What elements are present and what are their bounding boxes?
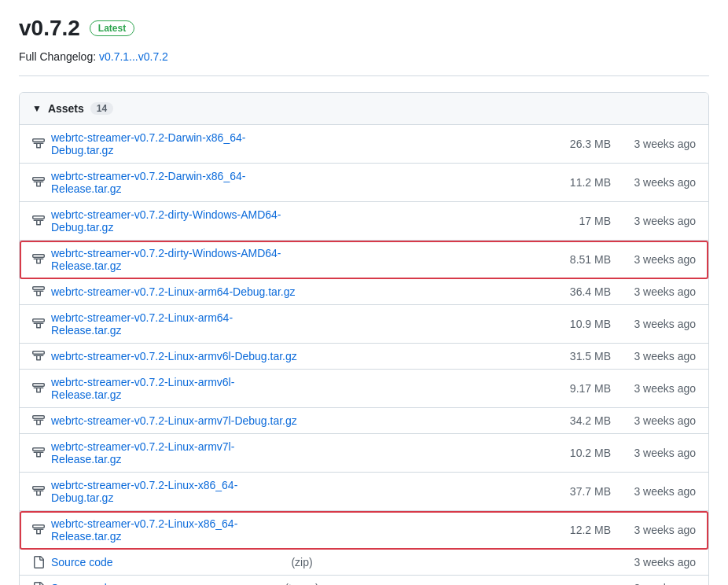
assets-count-badge: 14	[90, 102, 113, 115]
asset-size: 37.7 MB	[556, 485, 611, 498]
asset-row: webrtc-streamer-v0.7.2-Linux-armv7l-Rele…	[20, 434, 708, 473]
archive-icon	[32, 524, 45, 536]
chevron-down-icon: ▼	[32, 103, 42, 114]
asset-row: webrtc-streamer-v0.7.2-Linux-x86_64-Debu…	[20, 473, 708, 511]
asset-name-link[interactable]: webrtc-streamer-v0.7.2-Linux-armv7l-Debu…	[51, 414, 297, 427]
assets-section: ▼ Assets 14 webrtc-streamer-v0.7.2-Darwi…	[19, 92, 709, 585]
asset-row: webrtc-streamer-v0.7.2-Darwin-x86_64-Deb…	[20, 125, 708, 164]
asset-size: 11.2 MB	[556, 176, 611, 189]
asset-date: 3 weeks ago	[617, 350, 696, 362]
asset-date: 3 weeks ago	[617, 524, 696, 536]
asset-name-link[interactable]: webrtc-streamer-v0.7.2-Linux-armv6l-Rele…	[51, 376, 297, 401]
asset-date: 3 weeks ago	[617, 176, 696, 189]
asset-size: 26.3 MB	[556, 138, 611, 150]
asset-date: 3 weeks ago	[617, 382, 696, 395]
archive-icon	[32, 138, 45, 150]
changelog-label: Full Changelog:	[19, 50, 96, 63]
asset-size: 17 MB	[556, 215, 611, 227]
asset-row: webrtc-streamer-v0.7.2-Linux-arm64-Debug…	[20, 279, 708, 305]
asset-suffix: (zip)	[291, 556, 312, 568]
asset-size: 12.2 MB	[556, 524, 611, 536]
archive-icon	[32, 485, 45, 498]
asset-size: 9.17 MB	[556, 382, 611, 395]
asset-name-link[interactable]: webrtc-streamer-v0.7.2-Linux-x86_64-Rele…	[51, 517, 297, 543]
asset-row: webrtc-streamer-v0.7.2-Linux-armv7l-Debu…	[20, 408, 708, 434]
asset-size: 10.2 MB	[556, 447, 611, 459]
release-title: v0.7.2	[19, 16, 80, 41]
asset-row: webrtc-streamer-v0.7.2-dirty-Windows-AMD…	[20, 241, 708, 279]
asset-name-link[interactable]: webrtc-streamer-v0.7.2-Linux-arm64-Relea…	[51, 311, 297, 337]
asset-date: 3 weeks ago	[617, 285, 696, 298]
asset-size: 34.2 MB	[556, 414, 611, 427]
changelog-link[interactable]: v0.7.1...v0.7.2	[99, 50, 168, 63]
asset-suffix: (tar.gz)	[285, 582, 319, 585]
asset-date: 3 weeks ago	[617, 485, 696, 498]
asset-row: Source code(tar.gz)3 weeks ago	[20, 576, 708, 585]
latest-badge: Latest	[90, 20, 134, 36]
asset-name-link[interactable]: webrtc-streamer-v0.7.2-Darwin-x86_64-Rel…	[51, 170, 297, 195]
asset-name-link[interactable]: webrtc-streamer-v0.7.2-Linux-armv6l-Debu…	[51, 350, 297, 362]
asset-date: 3 weeks ago	[617, 582, 696, 585]
archive-icon	[32, 350, 45, 362]
asset-date: 3 weeks ago	[617, 138, 696, 150]
assets-title: Assets	[48, 102, 84, 115]
asset-name-link[interactable]: webrtc-streamer-v0.7.2-dirty-Windows-AMD…	[51, 247, 297, 272]
asset-name-link[interactable]: webrtc-streamer-v0.7.2-Linux-arm64-Debug…	[51, 285, 297, 298]
archive-icon	[32, 285, 45, 298]
archive-icon	[32, 414, 45, 427]
assets-header[interactable]: ▼ Assets 14	[20, 93, 708, 125]
asset-date: 3 weeks ago	[617, 318, 696, 330]
asset-name-link[interactable]: webrtc-streamer-v0.7.2-dirty-Windows-AMD…	[51, 208, 297, 234]
archive-icon	[32, 318, 45, 330]
asset-name-link[interactable]: Source code	[51, 582, 275, 585]
source-code-icon	[32, 582, 45, 585]
asset-row: webrtc-streamer-v0.7.2-Darwin-x86_64-Rel…	[20, 164, 708, 202]
asset-name-link[interactable]: webrtc-streamer-v0.7.2-Linux-x86_64-Debu…	[51, 479, 297, 504]
archive-icon	[32, 215, 45, 227]
asset-date: 3 weeks ago	[617, 253, 696, 266]
asset-row: webrtc-streamer-v0.7.2-Linux-armv6l-Debu…	[20, 344, 708, 370]
archive-icon	[32, 176, 45, 189]
asset-size: 36.4 MB	[556, 285, 611, 298]
asset-row: webrtc-streamer-v0.7.2-Linux-arm64-Relea…	[20, 305, 708, 344]
archive-icon	[32, 447, 45, 459]
archive-icon	[32, 382, 45, 395]
assets-list: webrtc-streamer-v0.7.2-Darwin-x86_64-Deb…	[20, 125, 708, 585]
asset-date: 3 weeks ago	[617, 447, 696, 459]
asset-row: webrtc-streamer-v0.7.2-Linux-x86_64-Rele…	[20, 511, 708, 550]
asset-row: webrtc-streamer-v0.7.2-dirty-Windows-AMD…	[20, 202, 708, 241]
asset-date: 3 weeks ago	[617, 556, 696, 568]
asset-row: Source code(zip)3 weeks ago	[20, 550, 708, 576]
asset-date: 3 weeks ago	[617, 414, 696, 427]
asset-size: 8.51 MB	[556, 253, 611, 266]
asset-size: 31.5 MB	[556, 350, 611, 362]
asset-name-link[interactable]: Source code	[51, 556, 281, 568]
asset-date: 3 weeks ago	[617, 215, 696, 227]
asset-size: 10.9 MB	[556, 318, 611, 330]
archive-icon	[32, 253, 45, 266]
source-code-icon	[32, 556, 45, 568]
asset-name-link[interactable]: webrtc-streamer-v0.7.2-Darwin-x86_64-Deb…	[51, 131, 297, 156]
asset-name-link[interactable]: webrtc-streamer-v0.7.2-Linux-armv7l-Rele…	[51, 440, 297, 465]
asset-row: webrtc-streamer-v0.7.2-Linux-armv6l-Rele…	[20, 370, 708, 408]
